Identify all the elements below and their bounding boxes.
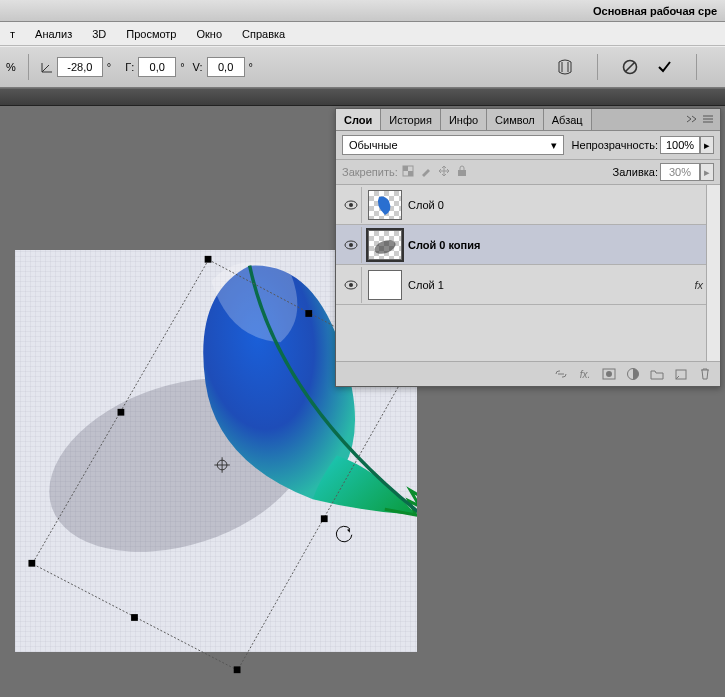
visibility-toggle[interactable] <box>340 187 362 223</box>
layer-thumb[interactable] <box>368 230 402 260</box>
tab-paragraph[interactable]: Абзац <box>544 109 592 130</box>
lock-label: Закрепить: <box>342 166 398 178</box>
angle-input[interactable]: -28,0 <box>57 57 103 77</box>
h-label: Г: <box>125 61 134 73</box>
lock-row: Закрепить: Заливка: 30% ▸ <box>336 160 720 185</box>
document-tab-strip <box>0 88 725 106</box>
lock-brush-icon[interactable] <box>420 165 432 179</box>
percent-suffix: % <box>6 61 16 73</box>
menu-item-help[interactable]: Справка <box>232 24 295 44</box>
tab-layers[interactable]: Слои <box>336 109 381 130</box>
fx-icon[interactable]: fx. <box>576 366 594 382</box>
fill-input[interactable]: 30% <box>660 163 700 181</box>
new-layer-icon[interactable] <box>672 366 690 382</box>
options-bar: % -28,0 ° Г: 0,0 ° V: 0,0 ° <box>0 46 725 88</box>
h-input[interactable]: 0,0 <box>138 57 176 77</box>
layer-row[interactable]: Слой 0 <box>336 185 720 225</box>
svg-line-1 <box>626 63 635 72</box>
menu-item-window[interactable]: Окно <box>187 24 233 44</box>
v-input[interactable]: 0,0 <box>207 57 245 77</box>
opacity-flyout-icon[interactable]: ▸ <box>700 136 714 154</box>
divider <box>696 54 697 80</box>
tab-character[interactable]: Символ <box>487 109 544 130</box>
layer-name[interactable]: Слой 1 <box>408 279 694 291</box>
menu-item-view[interactable]: Просмотр <box>116 24 186 44</box>
layer-row[interactable]: Слой 0 копия <box>336 225 720 265</box>
workspace-label[interactable]: Основная рабочая сре <box>593 5 717 17</box>
divider <box>597 54 598 80</box>
degree-label-3: ° <box>249 61 253 73</box>
blend-row: Обычные ▾ Непрозрачность: 100% ▸ <box>336 131 720 160</box>
trash-icon[interactable] <box>696 366 714 382</box>
scrollbar[interactable] <box>706 185 720 361</box>
svg-point-25 <box>349 283 353 287</box>
blend-mode-value: Обычные <box>349 139 398 151</box>
svg-point-27 <box>606 371 612 377</box>
divider <box>28 54 29 80</box>
layer-list: Слой 0 Слой 0 копия Слой 1 fx▾ <box>336 185 720 361</box>
svg-rect-17 <box>408 171 413 176</box>
angle-icon <box>39 59 55 75</box>
layer-name[interactable]: Слой 0 <box>408 199 716 211</box>
tab-info[interactable]: Инфо <box>441 109 487 130</box>
panel-menu-icon[interactable] <box>702 114 714 126</box>
menu-item-3d[interactable]: 3D <box>82 24 116 44</box>
opacity-label: Непрозрачность: <box>572 139 658 151</box>
chevron-down-icon: ▾ <box>551 139 557 152</box>
degree-label-1: ° <box>107 61 111 73</box>
mask-icon[interactable] <box>600 366 618 382</box>
layers-panel: Слои История Инфо Символ Абзац Обычные ▾… <box>335 108 721 387</box>
panel-footer: fx. <box>336 361 720 386</box>
svg-rect-18 <box>458 170 466 176</box>
lock-move-icon[interactable] <box>438 165 450 179</box>
panel-collapse-icon[interactable] <box>686 114 698 126</box>
svg-point-23 <box>373 237 398 256</box>
visibility-toggle[interactable] <box>340 267 362 303</box>
layer-row[interactable]: Слой 1 fx▾ <box>336 265 720 305</box>
menu-item-analysis[interactable]: Анализ <box>25 24 82 44</box>
lock-pixels-icon[interactable] <box>402 165 414 179</box>
opacity-input[interactable]: 100% <box>660 136 700 154</box>
fill-flyout-icon[interactable]: ▸ <box>700 163 714 181</box>
svg-rect-16 <box>403 166 408 171</box>
layer-thumb[interactable] <box>368 270 402 300</box>
adjustment-icon[interactable] <box>624 366 642 382</box>
title-bar: Основная рабочая сре <box>0 0 725 22</box>
layer-thumb[interactable] <box>368 190 402 220</box>
menu-item-partial[interactable]: т <box>0 24 25 44</box>
v-label: V: <box>193 61 203 73</box>
lock-all-icon[interactable] <box>456 165 468 179</box>
layer-name[interactable]: Слой 0 копия <box>408 239 716 251</box>
svg-point-20 <box>349 203 353 207</box>
visibility-toggle[interactable] <box>340 227 362 263</box>
warp-icon[interactable] <box>555 57 575 77</box>
blend-mode-select[interactable]: Обычные ▾ <box>342 135 564 155</box>
tab-history[interactable]: История <box>381 109 441 130</box>
group-icon[interactable] <box>648 366 666 382</box>
commit-transform-icon[interactable] <box>654 57 674 77</box>
fill-label: Заливка: <box>613 166 658 178</box>
link-layers-icon[interactable] <box>552 366 570 382</box>
svg-rect-11 <box>234 666 241 673</box>
degree-label-2: ° <box>180 61 184 73</box>
panel-tabs: Слои История Инфо Символ Абзац <box>336 109 720 131</box>
cancel-transform-icon[interactable] <box>620 57 640 77</box>
svg-point-22 <box>349 243 353 247</box>
menu-bar: т Анализ 3D Просмотр Окно Справка <box>0 22 725 46</box>
